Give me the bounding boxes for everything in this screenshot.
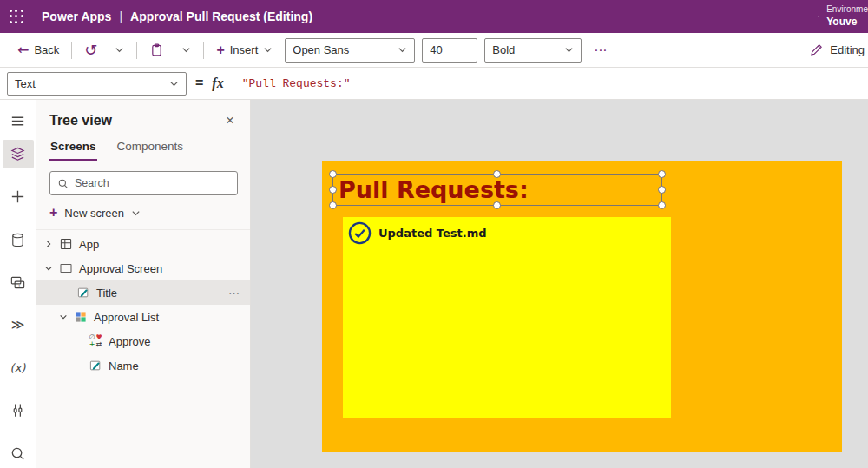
editing-label: Editing (830, 43, 865, 56)
insert-icon[interactable] (3, 182, 34, 212)
font-weight-dropdown[interactable]: Bold (484, 38, 582, 63)
new-screen-button[interactable]: + New screen (36, 202, 250, 230)
data-icon[interactable] (3, 225, 34, 254)
resize-handle[interactable] (329, 201, 337, 209)
panel-title: Tree view (49, 113, 112, 129)
power-automate-icon[interactable]: ≫ (3, 311, 34, 340)
toolbar-overflow-button[interactable]: ⋯ (589, 43, 612, 58)
editing-mode-button[interactable]: Editing (809, 43, 865, 57)
tree-tabs: Screens Components (36, 135, 250, 161)
app-name: Power Apps (42, 10, 111, 23)
chevron-down-icon (263, 45, 273, 55)
tree-search-box[interactable] (49, 171, 238, 195)
tree-item-approval-screen[interactable]: Approval Screen (36, 256, 250, 280)
toolbar-separator (71, 42, 72, 59)
equals-sign: = (195, 76, 203, 91)
gallery-item-name: Updated Test.md (378, 227, 487, 240)
resize-handle[interactable] (658, 186, 666, 194)
approve-check-icon[interactable] (348, 221, 372, 245)
tab-screens[interactable]: Screens (49, 135, 97, 161)
hamburger-menu-icon[interactable] (3, 107, 34, 136)
label-icon (89, 359, 102, 372)
gallery-item[interactable]: Updated Test.md (343, 217, 671, 249)
toolbar-separator (136, 42, 137, 59)
document-title: Approval Pull Request (Editing) (130, 10, 312, 23)
advanced-tools-icon[interactable] (3, 396, 34, 425)
chevron-down-icon[interactable] (44, 264, 53, 273)
undo-button[interactable]: ↺ (79, 37, 102, 63)
resize-handle[interactable] (658, 170, 666, 178)
variables-icon[interactable]: (x) (3, 353, 34, 383)
paste-button[interactable] (144, 39, 169, 61)
canvas-workspace: Pull Requests: Updated Test.md (251, 100, 868, 468)
approval-screen-canvas[interactable]: Pull Requests: Updated Test.md (322, 161, 842, 452)
label-icon (76, 286, 90, 300)
insert-button[interactable]: + Insert (211, 39, 278, 62)
globe-icon (818, 9, 819, 24)
search-icon (57, 178, 69, 189)
left-rail: ♪ ≫ (x) (0, 100, 36, 468)
gallery-icon (74, 310, 88, 324)
title-divider: | (119, 10, 122, 23)
tree-view-icon[interactable] (3, 140, 34, 169)
chevron-down-icon[interactable] (59, 313, 68, 321)
clipboard-icon (149, 43, 164, 57)
tab-components[interactable]: Components (116, 135, 185, 161)
title-control-selection[interactable]: Pull Requests: (332, 174, 662, 206)
tree-view-panel: Tree view × Screens Components + New scr… (36, 100, 251, 468)
tree-item-app[interactable]: App (36, 232, 250, 256)
header-title: Power Apps | Approval Pull Request (Edit… (42, 10, 312, 23)
search-icon[interactable] (3, 438, 34, 468)
paste-dropdown-button[interactable] (176, 42, 196, 58)
resize-handle[interactable] (493, 201, 501, 209)
plus-icon: + (216, 43, 224, 58)
waffle-menu-icon[interactable] (0, 0, 33, 33)
property-dropdown[interactable]: Text (7, 72, 187, 96)
resize-handle[interactable] (329, 170, 337, 178)
tree-item-approve[interactable]: ∅ ♥ + ⇄ Approve (36, 329, 250, 353)
tree-item-approval-list[interactable]: Approval List (36, 305, 250, 329)
media-icon[interactable]: ♪ (3, 267, 34, 297)
main-area: ♪ ≫ (x) Tree view × Screens Component (0, 100, 868, 468)
new-screen-label: New screen (64, 207, 124, 220)
environment-value: Youve (826, 16, 868, 29)
close-icon[interactable]: × (222, 111, 238, 129)
back-label: Back (34, 43, 59, 56)
tree-search-input[interactable] (75, 177, 230, 189)
environment-picker[interactable]: Environme Youve (809, 0, 868, 33)
chevron-down-icon (181, 45, 191, 55)
back-button[interactable]: ← Back (12, 38, 64, 62)
font-family-dropdown[interactable]: Open Sans (285, 38, 415, 63)
approval-list-gallery[interactable]: Updated Test.md (343, 217, 671, 418)
environment-label: Environme (826, 4, 868, 16)
insert-label: Insert (230, 43, 259, 56)
plus-icon: + (49, 205, 57, 221)
font-family-value: Open Sans (293, 43, 349, 56)
tree-item-title[interactable]: Title ⋯ (36, 280, 250, 305)
undo-dropdown-button[interactable] (109, 42, 129, 58)
resize-handle[interactable] (493, 170, 501, 178)
toolbar-separator (203, 42, 204, 59)
formula-bar: Text = fx "Pull Requests:" (0, 68, 868, 100)
screen-icon (59, 261, 73, 275)
toolbar: ← Back ↺ + Insert Open Sans Bold ⋯ Editi… (0, 33, 868, 68)
tree-item-name[interactable]: Name (36, 353, 250, 378)
chevron-right-icon[interactable] (44, 240, 53, 248)
back-arrow-icon: ← (17, 42, 29, 58)
title-control-text: Pull Requests: (333, 175, 661, 205)
app-icon (59, 237, 73, 251)
resize-handle[interactable] (658, 201, 666, 209)
undo-icon: ↺ (84, 41, 97, 59)
svg-text:♪: ♪ (18, 282, 21, 287)
formula-input[interactable]: "Pull Requests:" (233, 68, 861, 99)
chevron-down-icon (131, 208, 141, 218)
fx-icon: fx (212, 76, 223, 91)
font-size-input[interactable] (422, 38, 477, 63)
icons-control-icon: ∅ ♥ + ⇄ (89, 334, 102, 348)
pencil-icon (809, 43, 824, 57)
chevron-down-icon (564, 45, 574, 55)
font-weight-value: Bold (492, 43, 515, 56)
item-more-icon[interactable]: ⋯ (225, 287, 243, 300)
resize-handle[interactable] (329, 186, 337, 194)
app-header: Power Apps | Approval Pull Request (Edit… (0, 0, 868, 33)
